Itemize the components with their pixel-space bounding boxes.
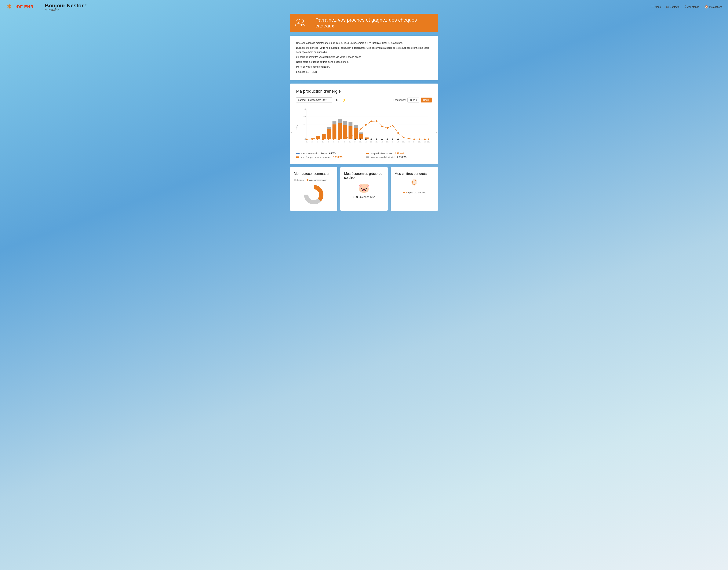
autoconso-label: Mon énergie autoconsommée :: [301, 156, 332, 159]
dark-dot-13h: [376, 138, 377, 140]
freq-10min-button[interactable]: 10 min: [407, 97, 419, 102]
svg-text:6h: 6h: [338, 141, 340, 143]
svg-point-1: [9, 4, 10, 6]
autoconso-legend-dot: [307, 179, 309, 181]
conso-reseau-value: 0 kWh: [329, 152, 336, 155]
notification-line3: de nous transmettre vos documents via vo…: [296, 55, 432, 59]
notification-box: Une opération de maintenance aura lieu d…: [290, 36, 438, 80]
autoconso-value: 1.59 kWh: [333, 156, 343, 159]
chiffres-title: Mes chiffres concrets: [394, 172, 434, 176]
svg-text:10h: 10h: [359, 141, 362, 143]
solar-icon-btn[interactable]: ⚡: [341, 97, 348, 103]
freq-controls: Fréquence: 10 min Heure: [394, 97, 432, 102]
logo-text: eDF ENR: [14, 4, 33, 9]
legend-autoconso: Mon énergie autoconsommée : 1.59 kWh: [296, 156, 362, 159]
dot-3h: [322, 138, 324, 140]
bar-16h-orange: [359, 134, 363, 139]
bar-11h-gray: [333, 121, 337, 124]
freq-label: Fréquence:: [394, 98, 406, 101]
surplus-icon: [366, 156, 369, 159]
dot-14h: [381, 125, 383, 127]
svg-text:17h: 17h: [397, 141, 399, 143]
svg-point-45: [297, 153, 299, 154]
bar-10h-gray: [327, 127, 331, 129]
svg-text:16h: 16h: [391, 141, 394, 143]
dark-dot-15h: [387, 138, 388, 140]
bar-12h-orange: [338, 123, 342, 139]
bar-8h: [317, 136, 320, 139]
conso-reseau-label: Ma consommation réseau :: [301, 152, 328, 155]
dark-dot-11h: [365, 138, 367, 140]
legend-surplus: Mon surplus d'électricité : 0.99 kWh: [366, 156, 432, 159]
chiffres-card: Mes chiffres concrets 36,0 g de CO2 évit…: [391, 167, 438, 211]
dot-17h: [397, 132, 399, 134]
svg-text:22h: 22h: [424, 141, 426, 143]
surplus-label: Mon surplus d'électricité :: [370, 156, 396, 159]
dot-20h: [413, 138, 415, 140]
svg-text:19h: 19h: [408, 141, 410, 143]
surplus-legend-dot: [294, 179, 296, 181]
installations-link[interactable]: 🏠 Installations: [705, 5, 722, 9]
co2-value: 36,0: [403, 191, 407, 194]
autoconso-legend-item: Autoconsommation: [307, 179, 327, 181]
contacts-link[interactable]: ✉ Contacts: [666, 5, 679, 9]
header: eDF ENR Bonjour Nestor ! N° PV0160867 ☰ …: [0, 0, 728, 14]
dot-2h: [317, 138, 318, 140]
date-input[interactable]: [296, 97, 332, 102]
chart-next-button[interactable]: ›: [436, 130, 437, 135]
economies-stat: 100 % économisé: [344, 195, 384, 199]
svg-text:14h: 14h: [381, 141, 383, 143]
donut-legend: Surplus Autoconsommation: [294, 179, 334, 181]
bottom-cards: Mon autoconsommation Surplus Autoconsomm…: [290, 167, 438, 211]
svg-text:0h: 0h: [306, 141, 308, 143]
svg-point-47: [367, 153, 368, 154]
bar-10h-orange: [327, 129, 331, 139]
banner-icon-area: [290, 14, 310, 32]
download-button[interactable]: ⬇: [334, 97, 339, 103]
logo: eDF ENR: [6, 3, 33, 10]
svg-text:21h: 21h: [418, 141, 421, 143]
production-chart: 0.6 0.4 0.2 0.0: [300, 106, 432, 148]
freq-heure-button[interactable]: Heure: [421, 97, 432, 102]
autoconsommation-card: Mon autoconsommation Surplus Autoconsomm…: [290, 167, 337, 211]
chart-controls: ⬇ ⚡ Fréquence: 10 min Heure: [296, 97, 432, 103]
notification-line1: Une opération de maintenance aura lieu d…: [296, 41, 432, 45]
svg-text:3h: 3h: [322, 141, 324, 143]
legend-production-solaire: Ma production solaire : 2.57 kWh: [366, 152, 432, 155]
production-title: Ma production d'énergie: [296, 89, 432, 94]
dark-dot-10h: [360, 138, 361, 140]
client-number: N° PV0160867: [45, 9, 651, 11]
svg-text:0.4: 0.4: [304, 116, 306, 117]
menu-link[interactable]: ☰ Menu: [651, 5, 661, 9]
surplus-legend-item: Surplus: [294, 179, 304, 181]
assistance-link[interactable]: ? Assistance: [685, 5, 699, 9]
promo-banner[interactable]: Parrainez vos proches et gagnez des chèq…: [290, 14, 438, 32]
dark-dot-9h: [355, 138, 356, 140]
banner-text: Parrainez vos proches et gagnez des chèq…: [310, 14, 438, 32]
chart-prev-button[interactable]: ‹: [291, 130, 292, 135]
bar-9h: [322, 134, 326, 139]
svg-text:18h: 18h: [402, 141, 405, 143]
bar-14h-orange: [348, 126, 352, 139]
notification-line6: L'équipe EDF ENR: [296, 70, 432, 74]
bar-16h-gray: [359, 132, 363, 134]
economies-pct: 100 %: [353, 195, 362, 199]
dot-5h: [333, 138, 334, 140]
contacts-icon: ✉: [666, 5, 669, 9]
y-axis-label: (kWh): [296, 125, 299, 130]
bar-12h-gray: [338, 119, 342, 123]
header-greeting: Bonjour Nestor ! N° PV0160867: [45, 3, 651, 11]
bar-13h-orange: [343, 125, 347, 139]
contacts-label: Contacts: [670, 5, 679, 8]
svg-text:5h: 5h: [333, 141, 334, 143]
installations-label: Installations: [709, 5, 722, 8]
conso-reseau-icon: [296, 152, 300, 155]
autoconsommation-title: Mon autoconsommation: [294, 172, 334, 176]
date-selector: ⬇ ⚡: [296, 97, 348, 103]
svg-text:0.6: 0.6: [304, 108, 306, 110]
dot-12h: [370, 120, 372, 122]
dark-dot-17h: [397, 138, 399, 140]
bar-11h-orange: [333, 124, 337, 139]
dot-10h: [360, 128, 361, 130]
logo-icon: [6, 3, 13, 10]
